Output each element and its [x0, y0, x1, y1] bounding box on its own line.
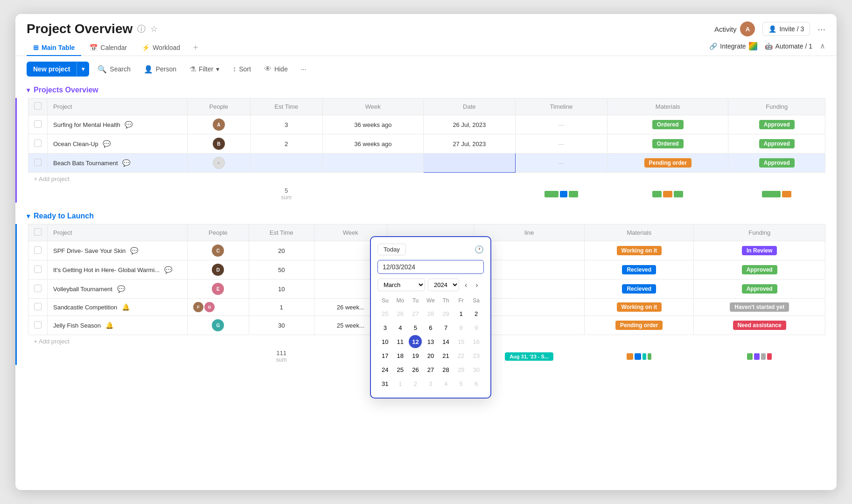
cal-day[interactable]: 29 [440, 307, 453, 320]
cal-day[interactable]: 6 [424, 321, 437, 334]
project-name-cell[interactable]: Jelly Fish Season 🔔 [48, 316, 188, 335]
cal-day[interactable]: 29 [454, 363, 468, 376]
more-toolbar-button[interactable]: ··· [296, 63, 311, 76]
row-checkbox[interactable] [34, 246, 42, 254]
project-name-cell[interactable]: Sandcastle Competition 🔔 [48, 299, 188, 316]
year-select[interactable]: 2022202320242025 [428, 279, 459, 291]
cal-day-selected[interactable]: 12 [409, 335, 422, 348]
section-toggle-projects[interactable]: ▾ [27, 86, 30, 94]
tab-workload[interactable]: ⚡ Workload [135, 40, 187, 56]
project-name-cell[interactable]: Ocean Clean-Up 💬 [48, 134, 188, 154]
project-name-cell[interactable]: Volleyball Tournament 💬 [48, 280, 188, 299]
cal-day[interactable]: 14 [440, 335, 453, 348]
cal-day[interactable]: 2 [470, 307, 483, 320]
cal-day[interactable]: 13 [424, 335, 437, 348]
cal-day[interactable]: 30 [470, 363, 483, 376]
row-checkbox[interactable] [34, 120, 42, 128]
tab-main-table[interactable]: ⊞ Main Table [27, 40, 81, 56]
cal-day[interactable]: 1 [454, 307, 468, 320]
cal-day[interactable]: 15 [454, 335, 468, 348]
project-name-cell[interactable]: It's Getting Hot in Here- Global Warmi..… [48, 260, 188, 280]
add-project-row-1[interactable]: + Add project [28, 173, 825, 186]
star-icon[interactable]: ☆ [150, 24, 158, 34]
sort-button[interactable]: ↕ Sort [228, 62, 256, 76]
chat-icon[interactable]: 🔔 [105, 322, 113, 329]
cal-day[interactable]: 25 [378, 307, 391, 320]
cal-day[interactable]: 24 [378, 363, 391, 376]
cal-day[interactable]: 9 [470, 321, 483, 334]
chat-icon[interactable]: 💬 [164, 266, 172, 273]
chat-icon[interactable]: 💬 [117, 285, 125, 293]
cal-day[interactable]: 5 [454, 377, 468, 390]
info-icon[interactable]: ⓘ [137, 23, 146, 35]
cal-day[interactable]: 7 [440, 321, 453, 334]
more-button[interactable]: ··· [817, 24, 825, 35]
new-project-dropdown-arrow[interactable]: ▾ [77, 62, 89, 76]
add-project-label-2[interactable]: + Add project [28, 335, 188, 348]
chat-icon[interactable]: 💬 [103, 140, 111, 147]
row-checkbox[interactable] [34, 285, 42, 292]
row-checkbox[interactable] [34, 266, 42, 273]
cal-day[interactable]: 20 [424, 349, 437, 362]
cal-day[interactable]: 27 [409, 307, 422, 320]
integrate-button[interactable]: 🔗 Integrate [709, 42, 757, 50]
row-checkbox[interactable] [34, 140, 42, 147]
project-name-cell[interactable]: SPF Drive- Save Your Skin 💬 [48, 241, 188, 260]
cal-day[interactable]: 28 [424, 307, 437, 320]
project-name-cell[interactable]: Beach Bats Tournament 💬 [48, 154, 188, 173]
cal-day[interactable]: 19 [409, 349, 422, 362]
hide-button[interactable]: 👁 Hide [259, 62, 293, 76]
clock-icon[interactable]: 🕐 [475, 245, 484, 254]
add-project-label[interactable]: + Add project [28, 173, 188, 186]
cal-day[interactable]: 11 [394, 335, 407, 348]
cal-day[interactable]: 4 [394, 321, 407, 334]
row-checkbox[interactable] [34, 321, 42, 329]
cal-day[interactable]: 16 [470, 335, 483, 348]
next-month-button[interactable]: › [473, 280, 481, 290]
cal-day[interactable]: 21 [440, 349, 453, 362]
automate-button[interactable]: 🤖 Automate / 1 [765, 42, 812, 50]
section-toggle-ready[interactable]: ▾ [27, 212, 30, 220]
cal-day[interactable]: 28 [440, 363, 453, 376]
tab-add-button[interactable]: + [189, 40, 203, 56]
activity-button[interactable]: Activity A [714, 21, 755, 36]
invite-button[interactable]: 👤 Invite / 3 [762, 22, 810, 36]
cal-day[interactable]: 5 [409, 321, 422, 334]
cal-day[interactable]: 6 [470, 377, 483, 390]
cal-day[interactable]: 23 [470, 349, 483, 362]
chat-icon[interactable]: 💬 [130, 247, 138, 254]
tab-calendar[interactable]: 📅 Calendar [83, 40, 133, 56]
month-select[interactable]: JanuaryFebruaryMarchApril MayJuneJulyAug… [377, 279, 425, 291]
cal-day[interactable]: 3 [424, 377, 437, 390]
cal-day[interactable]: 26 [409, 363, 422, 376]
cal-day[interactable]: 26 [394, 307, 407, 320]
chat-icon[interactable]: 💬 [122, 159, 130, 167]
collapse-icon[interactable]: ∧ [820, 42, 825, 50]
chat-icon[interactable]: 🔔 [122, 303, 130, 311]
header-checkbox-2[interactable] [34, 228, 42, 236]
cal-day[interactable]: 18 [394, 349, 407, 362]
cal-day[interactable]: 25 [394, 363, 407, 376]
header-checkbox[interactable] [34, 102, 42, 110]
cal-day[interactable]: 17 [378, 349, 391, 362]
cal-day[interactable]: 1 [394, 377, 407, 390]
cal-day[interactable]: 22 [454, 349, 468, 362]
search-button[interactable]: 🔍 Search [93, 62, 135, 77]
date-input[interactable] [377, 260, 484, 274]
cal-day[interactable]: 3 [378, 321, 391, 334]
cal-day[interactable]: 4 [440, 377, 453, 390]
cal-day[interactable]: 27 [424, 363, 437, 376]
cal-day[interactable]: 10 [378, 335, 391, 348]
cal-day[interactable]: 31 [378, 377, 391, 390]
date-cell[interactable] [423, 154, 515, 173]
row-checkbox[interactable] [34, 303, 42, 310]
project-name-cell[interactable]: Surfing for Mental Health 💬 [48, 115, 188, 134]
cal-day[interactable]: 2 [409, 377, 422, 390]
prev-month-button[interactable]: ‹ [462, 280, 470, 290]
person-button[interactable]: 👤 Person [139, 62, 181, 77]
cal-day[interactable]: 8 [454, 321, 468, 334]
filter-button[interactable]: ⚗ Filter ▾ [185, 62, 224, 77]
row-checkbox[interactable] [34, 159, 42, 166]
new-project-button[interactable]: New project ▾ [27, 62, 89, 77]
today-button[interactable]: Today [377, 244, 406, 255]
